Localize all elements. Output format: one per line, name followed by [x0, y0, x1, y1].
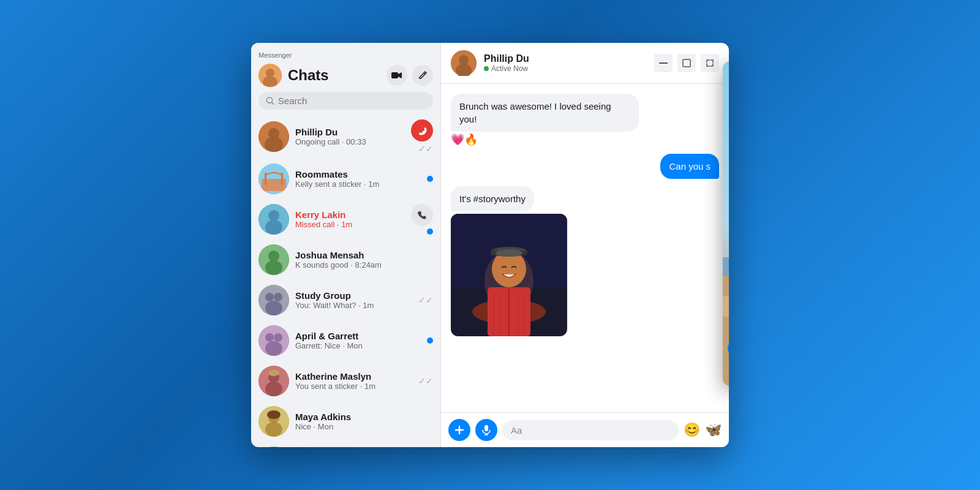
chat-item-roommates[interactable]: Roommates Kelly sent a sticker · 1m [251, 159, 440, 199]
svg-point-20 [274, 293, 282, 301]
online-status-dot [484, 66, 489, 71]
video-call-button[interactable] [386, 65, 407, 86]
microphone-button[interactable] [475, 419, 497, 441]
header-actions [654, 54, 719, 72]
chat-preview: K sounds good · 8:24am [295, 260, 433, 270]
minimize-button[interactable] [654, 54, 673, 72]
chat-input-row: Aa 😊 🦋 [441, 412, 729, 447]
message-sent-1: Can you s [451, 154, 719, 179]
chats-header: Chats [258, 61, 433, 92]
svg-rect-3 [391, 72, 398, 78]
avatar-karan-brian [258, 447, 289, 447]
chat-item-joshua-mensah[interactable]: Joshua Mensah K sounds good · 8:24am [251, 239, 440, 280]
unread-indicator [427, 228, 433, 235]
video-main: Omg we look great! [723, 61, 729, 386]
butterfly-button[interactable]: 🦋 [705, 422, 722, 438]
chat-item-phillip-du[interactable]: Phillip Du Ongoing call · 00:33 ✓✓ [251, 115, 440, 159]
avatar-joshua-mensah [258, 244, 289, 275]
chat-preview: Garrett: Nice · Mon [295, 341, 421, 350]
end-call-button[interactable] [411, 119, 433, 141]
chat-item-maya-adkins[interactable]: Maya Adkins Nice · Mon [251, 401, 440, 442]
avatar-study-group [258, 285, 289, 315]
message-reactions: 💗🔥 [451, 133, 478, 146]
chat-preview: You sent a sticker · 1m [295, 382, 412, 391]
svg-point-33 [267, 410, 281, 419]
message-received-1: Brunch was awesome! I loved seeing you! … [451, 94, 719, 146]
expand-button[interactable] [701, 54, 719, 72]
svg-point-23 [265, 333, 274, 342]
chat-item-katherine-maslyn[interactable]: Katherine Maslyn You sent a sticker · 1m… [251, 361, 440, 401]
svg-point-28 [265, 382, 282, 396]
phone-icon[interactable] [411, 204, 433, 226]
svg-point-24 [274, 333, 282, 342]
svg-point-55 [496, 249, 522, 257]
message-image [451, 214, 567, 336]
main-chat: Phillip Du Active Now [441, 43, 729, 447]
search-bar[interactable] [258, 92, 433, 110]
check-icon: ✓✓ [418, 295, 433, 305]
chat-list: Phillip Du Ongoing call · 00:33 ✓✓ [251, 115, 440, 447]
svg-point-16 [268, 251, 279, 262]
message-input[interactable]: Aa [502, 420, 679, 440]
user-avatar[interactable] [258, 64, 282, 87]
check-icon: ✓✓ [418, 144, 433, 154]
chat-name: Katherine Maslyn [295, 371, 412, 382]
chat-preview: You: Wait! What? · 1m [295, 301, 412, 310]
chat-item-april-garrett[interactable]: April & Garrett Garrett: Nice · Mon [251, 320, 440, 361]
avatar-roommates [258, 164, 289, 194]
svg-point-25 [265, 341, 282, 356]
svg-point-34 [258, 447, 289, 447]
chat-item-karan-brian[interactable]: Karan & Brian [251, 442, 440, 447]
header-info: Phillip Du Active Now [484, 53, 647, 73]
chat-info-katherine-maslyn: Katherine Maslyn You sent a sticker · 1m [295, 371, 412, 391]
chat-name: April & Garrett [295, 331, 421, 341]
chat-meta-roommates [427, 176, 433, 182]
search-input[interactable] [278, 96, 426, 106]
svg-rect-62 [484, 425, 488, 431]
chat-info-study-group: Study Group You: Wait! What? · 1m [295, 290, 412, 310]
chat-preview: Kelly sent a sticker · 1m [295, 179, 421, 189]
chat-name: Kerry Lakin [295, 209, 405, 220]
chat-meta-study-group: ✓✓ [418, 295, 433, 305]
header-status: Active Now [484, 64, 647, 73]
search-icon [266, 96, 274, 105]
avatar-phillip-du [258, 121, 289, 152]
unread-indicator [427, 337, 433, 344]
chat-preview: Ongoing call · 00:33 [295, 137, 405, 146]
chat-item-study-group[interactable]: Study Group You: Wait! What? · 1m ✓✓ [251, 280, 440, 320]
chat-name: Maya Adkins [295, 412, 433, 422]
chat-meta-april-garrett [427, 337, 433, 344]
svg-point-14 [265, 220, 282, 235]
chat-header: Phillip Du Active Now [441, 43, 729, 84]
svg-rect-42 [683, 59, 690, 67]
status-text: Active Now [491, 64, 528, 73]
message-bubble: Brunch was awesome! I loved seeing you! [451, 94, 639, 132]
plus-button[interactable] [448, 419, 470, 441]
svg-point-21 [265, 301, 282, 315]
svg-rect-67 [723, 276, 729, 386]
chat-info-phillip-du: Phillip Du Ongoing call · 00:33 [295, 127, 405, 146]
svg-rect-41 [659, 62, 668, 64]
chat-name: Roommates [295, 169, 421, 179]
emoji-button[interactable]: 😊 [684, 422, 700, 438]
message-bubble: Can you s [660, 154, 719, 179]
chat-name: Phillip Du [295, 127, 405, 137]
chat-info-april-garrett: April & Garrett Garrett: Nice · Mon [295, 331, 421, 350]
maximize-button[interactable] [677, 54, 696, 72]
app-container: Messenger Chats [251, 43, 729, 447]
input-right-icons: 😊 🦋 [684, 422, 722, 438]
header-contact-name: Phillip Du [484, 53, 647, 64]
svg-point-19 [265, 293, 274, 301]
svg-point-32 [265, 422, 282, 437]
svg-point-13 [268, 210, 279, 221]
avatar-katherine-maslyn [258, 366, 289, 396]
chat-info-roommates: Roommates Kelly sent a sticker · 1m [295, 169, 421, 189]
compose-button[interactable] [412, 65, 433, 86]
check-icon: ✓✓ [418, 376, 433, 386]
unread-indicator [427, 176, 433, 182]
avatar-kerry-lakin [258, 204, 289, 235]
svg-point-29 [268, 370, 279, 376]
sidebar: Messenger Chats [251, 43, 441, 447]
chat-item-kerry-lakin[interactable]: Kerry Lakin Missed call · 1m [251, 199, 440, 239]
chat-info-kerry-lakin: Kerry Lakin Missed call · 1m [295, 209, 405, 229]
